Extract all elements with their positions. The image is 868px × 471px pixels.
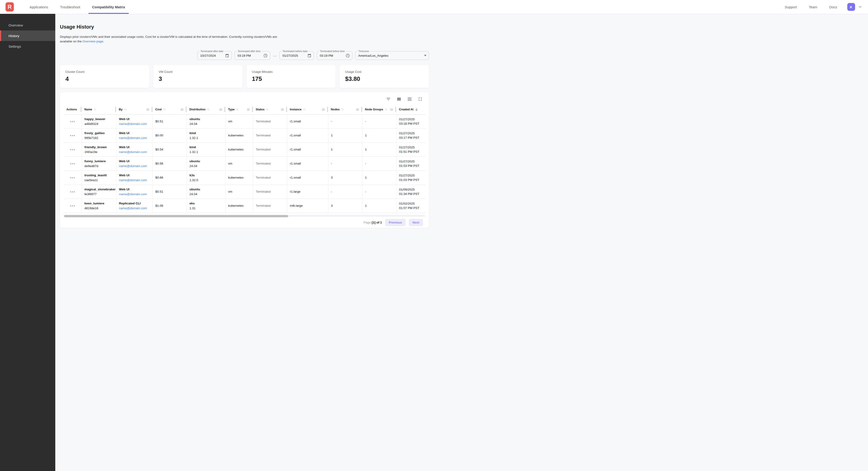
overview-page-link[interactable]: Overview page — [83, 40, 103, 43]
terminated-before-date-value[interactable]: 01/27/2025 — [282, 54, 306, 57]
sort-icon[interactable] — [93, 108, 97, 111]
clock-icon[interactable] — [345, 54, 350, 58]
cluster-id: de9ed87d — [85, 164, 114, 168]
row-actions-button[interactable] — [69, 190, 76, 194]
sort-icon[interactable] — [236, 108, 239, 111]
row-actions-button[interactable] — [69, 162, 76, 166]
email-link[interactable]: name@domain.com — [119, 178, 147, 182]
email-link[interactable]: name@domain.com — [119, 122, 147, 125]
timezone-select[interactable]: Timezone America/Los_Angeles — [355, 51, 429, 60]
drag-handle-icon[interactable] — [390, 109, 393, 110]
cluster-name: friendly_brown — [85, 145, 114, 149]
top-navigation: R Applications Troubleshoot Compatibilit… — [0, 0, 434, 14]
row-actions-button[interactable] — [69, 134, 76, 138]
terminated-after-date-field[interactable]: Terminated after date 10/27/2024 — [197, 51, 232, 60]
terminated-before-time-field[interactable]: Terminated before time 03:19 PM — [317, 51, 352, 60]
drag-handle-icon[interactable] — [281, 109, 284, 110]
table-row: friendly_brown 1f40a19e Web UI name@doma… — [64, 142, 425, 156]
column-header-type[interactable]: Type — [225, 105, 253, 114]
row-actions-button[interactable] — [69, 120, 76, 123]
terminated-after-time-field[interactable]: Terminated after time 03:19 PM — [235, 51, 270, 60]
active-tab-indicator — [89, 13, 129, 14]
column-header-by[interactable]: By — [116, 105, 153, 114]
table-row: trusting_leavitt cae5ea11 Web UI name@do… — [64, 171, 425, 184]
tab-troubleshoot[interactable]: Troubleshoot — [54, 0, 86, 14]
column-header-node-groups[interactable]: Node Groups — [362, 105, 396, 114]
email-link[interactable]: name@domain.com — [119, 164, 147, 168]
cell-node-groups: 1 — [362, 171, 396, 184]
sort-icon[interactable] — [163, 108, 166, 111]
sort-icon[interactable] — [207, 108, 210, 111]
sort-icon[interactable] — [341, 108, 344, 111]
row-actions-button[interactable] — [69, 204, 76, 208]
sort-icon[interactable] — [124, 108, 127, 111]
clock-icon[interactable] — [263, 54, 268, 58]
columns-icon[interactable] — [396, 96, 402, 102]
distribution-name: eks — [190, 202, 223, 205]
table-row: happy_beaver a48d9324 Web UI name@domain… — [64, 114, 425, 128]
sidebar-item-settings[interactable]: Settings — [0, 41, 55, 52]
horizontal-scrollbar[interactable] — [64, 215, 425, 217]
drag-handle-icon[interactable] — [247, 109, 250, 110]
drag-handle-icon[interactable] — [219, 109, 222, 110]
cluster-id: 4819de16 — [85, 206, 114, 210]
column-header-cost[interactable]: Cost — [153, 105, 187, 114]
calendar-icon[interactable] — [307, 54, 311, 58]
sidebar-item-history[interactable]: History — [0, 30, 55, 41]
cell-name: funny_lumiere de9ed87d — [82, 156, 116, 171]
cell-distribution: kind 1.32.1 — [187, 128, 225, 142]
column-header-actions: Actions — [64, 105, 82, 114]
column-header-name[interactable]: Name — [82, 105, 116, 114]
drag-handle-icon[interactable] — [181, 109, 183, 110]
previous-page-button[interactable]: Previous — [385, 219, 406, 226]
column-header-created-at[interactable]: Created At — [396, 105, 425, 114]
replicated-logo[interactable]: R — [5, 2, 14, 11]
tab-applications[interactable]: Applications — [24, 0, 54, 14]
column-header-status[interactable]: Status — [253, 105, 287, 114]
table-header-row: Actions Name By Cost — [64, 105, 425, 114]
terminated-before-time-value[interactable]: 03:19 PM — [320, 54, 344, 57]
status-badge: Terminated — [256, 162, 271, 165]
email-link[interactable]: name@domain.com — [119, 206, 147, 210]
table-footer: Page [1] of 1 Previous Next — [64, 217, 425, 228]
drag-handle-icon[interactable] — [322, 109, 325, 110]
sort-desc-icon[interactable] — [415, 108, 418, 111]
email-link[interactable]: name@domain.com — [119, 136, 147, 140]
drag-handle-icon[interactable] — [356, 109, 359, 110]
column-header-distribution[interactable]: Distribution — [187, 105, 225, 114]
created-date: 01/27/2025 — [399, 173, 424, 178]
column-header-nodes[interactable]: Nodes — [328, 105, 362, 114]
email-link[interactable]: name@domain.com — [119, 150, 147, 154]
calendar-icon[interactable] — [225, 54, 229, 58]
cluster-name: trusting_leavitt — [85, 174, 114, 177]
sidebar: Overview History Settings — [0, 14, 55, 235]
status-badge: Terminated — [256, 120, 271, 123]
row-actions-button[interactable] — [69, 176, 76, 180]
date-range-separator: — — [270, 54, 279, 58]
cell-by: Web UI name@domain.com — [116, 171, 153, 184]
terminated-before-date-field[interactable]: Terminated before date 01/27/2025 — [279, 51, 314, 60]
terminated-after-time-value[interactable]: 03:19 PM — [238, 54, 261, 57]
status-badge: Terminated — [256, 148, 271, 151]
sidebar-item-overview[interactable]: Overview — [0, 20, 55, 30]
fullscreen-icon[interactable] — [417, 96, 424, 102]
distribution-name: k3s — [190, 174, 223, 177]
sort-icon[interactable] — [266, 108, 269, 111]
cell-nodes: - — [328, 156, 362, 171]
column-header-instance[interactable]: Instance — [287, 105, 328, 114]
sort-icon[interactable] — [384, 108, 388, 111]
cell-instance: r1.small — [287, 114, 328, 128]
filter-icon[interactable] — [385, 96, 392, 102]
cell-status: Terminated — [253, 114, 287, 128]
sort-icon[interactable] — [303, 108, 306, 111]
page-description: Displays prior clusters/VMs and their as… — [60, 35, 282, 44]
drag-handle-icon[interactable] — [147, 109, 149, 110]
row-actions-button[interactable] — [69, 148, 76, 152]
email-link[interactable]: name@domain.com — [119, 193, 147, 196]
next-page-button[interactable]: Next — [409, 219, 423, 226]
table-row: magical_stonebraker fe3f8977 Web UI name… — [64, 184, 425, 199]
density-icon[interactable] — [406, 96, 413, 102]
tab-compatibility-matrix[interactable]: Compatibility Matrix — [86, 0, 131, 14]
scrollbar-thumb[interactable] — [64, 215, 288, 217]
terminated-after-date-value[interactable]: 10/27/2024 — [200, 54, 223, 57]
